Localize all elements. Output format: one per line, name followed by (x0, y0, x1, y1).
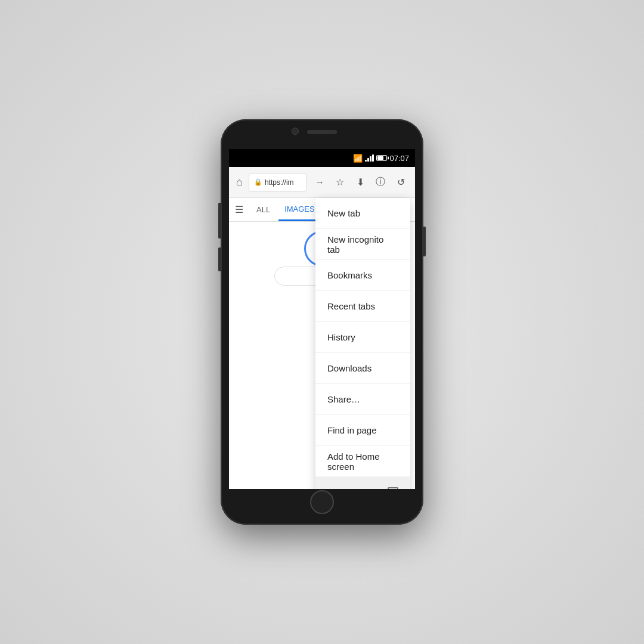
phone-screen: 📶 07:07 (229, 149, 415, 489)
menu-item-bookmarks[interactable]: Bookmarks (315, 260, 410, 291)
speaker (307, 130, 337, 134)
menu-item-recent-tabs[interactable]: Recent tabs (315, 291, 410, 322)
phone: 📶 07:07 (221, 119, 423, 525)
status-time: 07:07 (389, 154, 409, 163)
battery-icon (376, 155, 387, 161)
bookmark-icon[interactable]: ☆ (330, 173, 349, 192)
menu-item-incognito[interactable]: New incognito tab (315, 229, 410, 260)
hamburger-icon[interactable]: ☰ (235, 204, 243, 215)
lock-icon: 🔒 (254, 178, 262, 186)
menu-item-desktop-site[interactable]: Desktop site (315, 477, 410, 489)
menu-item-find[interactable]: Find in page (315, 415, 410, 446)
info-icon[interactable]: ⓘ (371, 173, 390, 192)
url-bar[interactable]: 🔒 https://im (249, 173, 306, 192)
menu-item-share[interactable]: Share… (315, 384, 410, 415)
tab-all[interactable]: ALL (250, 198, 276, 221)
menu-item-history[interactable]: History (315, 322, 410, 353)
power-button (423, 227, 426, 256)
volume-down-button (218, 247, 221, 271)
toolbar-icons: → ☆ ⬇ ⓘ ↺ (310, 173, 410, 192)
home-button[interactable] (310, 490, 334, 514)
download-icon[interactable]: ⬇ (351, 173, 370, 192)
front-camera (292, 128, 299, 135)
desktop-site-checkbox[interactable] (388, 487, 398, 490)
browser-bar: ⌂ 🔒 https://im → ☆ ⬇ ⓘ ↺ (229, 167, 415, 198)
refresh-icon[interactable]: ↺ (391, 173, 410, 192)
forward-icon[interactable]: → (310, 173, 329, 192)
url-text: https://im (265, 178, 294, 187)
menu-item-add-home[interactable]: Add to Home screen (315, 446, 410, 477)
home-icon[interactable]: ⌂ (234, 174, 245, 191)
volume-up-button (218, 203, 221, 239)
tab-images[interactable]: IMAGES (278, 198, 321, 221)
signal-icon (365, 154, 374, 162)
menu-item-new-tab[interactable]: New tab (315, 198, 410, 229)
wifi-icon: 📶 (353, 154, 363, 163)
menu-item-downloads[interactable]: Downloads (315, 353, 410, 384)
dropdown-menu: New tab New incognito tab Bookmarks Rece… (315, 198, 410, 489)
status-bar: 📶 07:07 (229, 149, 415, 167)
